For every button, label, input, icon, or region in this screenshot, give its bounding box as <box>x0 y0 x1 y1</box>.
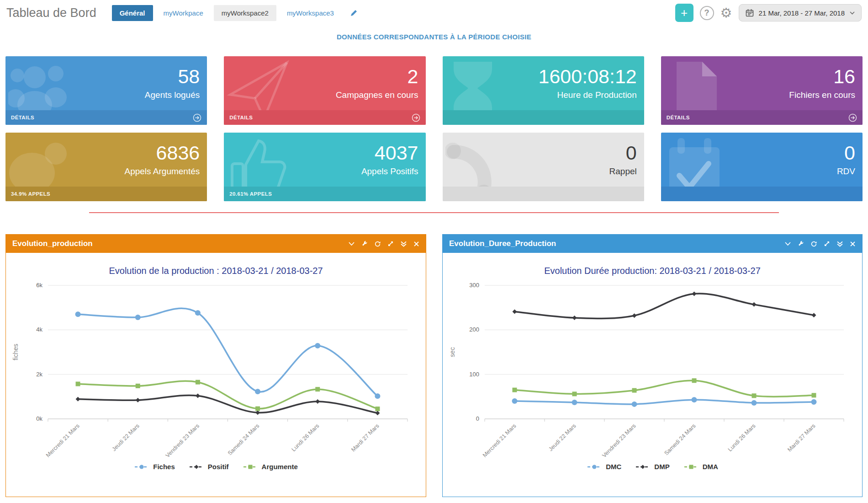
card-label: Agents logués <box>145 90 200 100</box>
card-value: 0 <box>837 142 855 164</box>
legend-label: Positif <box>208 463 229 471</box>
card-footer <box>443 187 644 201</box>
arrow-circle-icon[interactable] <box>193 113 201 122</box>
chart-panels-row: Evolution_production Evolution de la pro… <box>5 234 863 497</box>
card-campagnes: 2 Campagnes en cours DÉTAILS <box>224 56 425 125</box>
chart-legend: DMCDMPDMA <box>443 463 862 471</box>
card-value: 16 <box>789 65 855 88</box>
line-chart: 0100200300secMercredi 21 MarsJeudi 22 Ma… <box>443 278 862 463</box>
svg-text:6k: 6k <box>36 282 42 289</box>
svg-text:Mercredi 21 Mars: Mercredi 21 Mars <box>482 423 518 459</box>
legend-label: DMC <box>606 463 621 471</box>
card-percent-footer: 20.61% APPELS <box>224 187 425 201</box>
svg-text:Mardi 27 Mars: Mardi 27 Mars <box>350 423 380 453</box>
tab-myworkpace[interactable]: myWorkpace <box>156 5 211 21</box>
card-value: 0 <box>609 142 637 164</box>
tab-myworkspace2[interactable]: myWorkspace2 <box>214 5 276 21</box>
top-bar: Tableau de Bord Général myWorkpace myWor… <box>0 0 868 23</box>
close-icon[interactable] <box>413 241 419 247</box>
chart-legend: FichesPositifArgumente <box>6 463 426 471</box>
card-rdv: 0 RDV <box>661 133 863 201</box>
panel-toolbar <box>784 241 856 247</box>
date-range-picker[interactable]: 21 Mar, 2018 - 27 Mar, 2018 <box>739 4 862 21</box>
card-label: Appels Positifs <box>361 166 418 177</box>
add-widget-button[interactable]: + <box>675 4 693 22</box>
topbar-actions: + ? ⚙ 21 Mar, 2018 - 27 Mar, 2018 <box>675 4 862 22</box>
card-value: 1600:08:12 <box>539 65 637 88</box>
refresh-icon[interactable] <box>810 241 817 247</box>
card-value: 4037 <box>361 142 418 164</box>
details-label: DÉTAILS <box>11 115 34 120</box>
panel-title: Evolution_Duree_Production <box>449 239 556 248</box>
collapse-chevron-icon[interactable] <box>348 241 355 247</box>
collapse-chevron-icon[interactable] <box>784 241 791 247</box>
legend-item-dmc[interactable]: DMC <box>587 463 621 471</box>
card-label: Heure de Production <box>539 90 637 100</box>
card-footer <box>661 187 863 201</box>
edit-pencil-icon[interactable] <box>350 9 358 17</box>
double-chevron-down-icon[interactable] <box>400 241 407 247</box>
card-label: Fichiers en cours <box>789 90 855 100</box>
chart-title: Evolution de la production : 2018-03-21 … <box>6 266 426 276</box>
card-value: 6836 <box>124 142 200 164</box>
card-appels-argumentes: 6836 Appels Argumentés 34.9% APPELS <box>5 133 207 201</box>
chevron-down-icon <box>850 11 855 15</box>
legend-item-dma[interactable]: DMA <box>683 463 718 471</box>
help-icon[interactable]: ? <box>700 6 714 20</box>
page-title: Tableau de Bord <box>6 6 96 20</box>
expand-icon[interactable] <box>387 241 394 247</box>
details-label: DÉTAILS <box>667 115 690 120</box>
svg-text:4k: 4k <box>36 326 42 333</box>
red-divider-line <box>89 212 779 213</box>
percent-label: 20.61% APPELS <box>229 191 272 197</box>
refresh-icon[interactable] <box>374 241 381 247</box>
card-appels-positifs: 4037 Appels Positifs 20.61% APPELS <box>224 133 425 201</box>
card-details-footer[interactable]: DÉTAILS <box>5 110 207 125</box>
tab-general[interactable]: Général <box>112 5 153 21</box>
card-footer <box>443 110 644 125</box>
details-label: DÉTAILS <box>229 115 253 120</box>
arrow-circle-icon[interactable] <box>848 113 857 122</box>
card-heure-production: 1600:08:12 Heure de Production <box>443 56 644 125</box>
card-agents-logues: 58 Agents logués DÉTAILS <box>5 56 207 125</box>
card-label: Appels Argumentés <box>124 166 200 177</box>
svg-text:Mercredi 21 Mars: Mercredi 21 Mars <box>45 423 81 459</box>
close-icon[interactable] <box>850 241 856 247</box>
panel-title: Evolution_production <box>12 239 93 248</box>
legend-label: Fiches <box>153 463 175 471</box>
svg-text:200: 200 <box>469 326 479 333</box>
legend-item-fiches[interactable]: Fiches <box>134 463 175 471</box>
panel-evolution-duree-production: Evolution_Duree_Production Evolution Dur… <box>442 234 863 497</box>
svg-text:Jeudi 22 Mars: Jeudi 22 Mars <box>111 423 140 452</box>
date-range-label: 21 Mar, 2018 - 27 Mar, 2018 <box>759 9 845 17</box>
legend-label: DMA <box>703 463 718 471</box>
expand-icon[interactable] <box>824 241 830 247</box>
double-chevron-down-icon[interactable] <box>836 241 843 247</box>
card-fichiers: 16 Fichiers en cours DÉTAILS <box>661 56 863 125</box>
workspace-tabs: Général myWorkpace myWorkspace2 myWorksp… <box>112 5 342 21</box>
calendar-icon <box>746 9 754 17</box>
gear-icon[interactable]: ⚙ <box>720 6 732 20</box>
svg-text:sec: sec <box>449 347 456 357</box>
legend-item-dmp[interactable]: DMP <box>635 463 669 471</box>
tab-myworkspace3[interactable]: myWorkspace3 <box>279 5 342 21</box>
legend-item-positif[interactable]: Positif <box>189 463 229 471</box>
panel-evolution-production: Evolution_production Evolution de la pro… <box>5 234 426 497</box>
card-details-footer[interactable]: DÉTAILS <box>661 110 863 125</box>
card-label: RDV <box>837 166 855 177</box>
svg-text:Samedi 24 Mars: Samedi 24 Mars <box>227 423 260 456</box>
card-label: Campagnes en cours <box>336 90 418 100</box>
card-details-footer[interactable]: DÉTAILS <box>224 110 425 125</box>
svg-text:0k: 0k <box>36 415 42 422</box>
wrench-icon[interactable] <box>798 241 804 247</box>
panel-body: Evolution Durée production: 2018-03-21 /… <box>443 253 862 497</box>
svg-text:Mardi 27 Mars: Mardi 27 Mars <box>786 423 816 453</box>
card-value: 58 <box>145 65 200 88</box>
svg-text:300: 300 <box>469 282 479 289</box>
svg-text:fiches: fiches <box>12 344 19 361</box>
legend-item-argumente[interactable]: Argumente <box>243 463 298 471</box>
svg-text:Lundi 26 Mars: Lundi 26 Mars <box>727 423 757 453</box>
legend-label: DMP <box>654 463 669 471</box>
wrench-icon[interactable] <box>361 241 368 247</box>
arrow-circle-icon[interactable] <box>412 113 420 122</box>
